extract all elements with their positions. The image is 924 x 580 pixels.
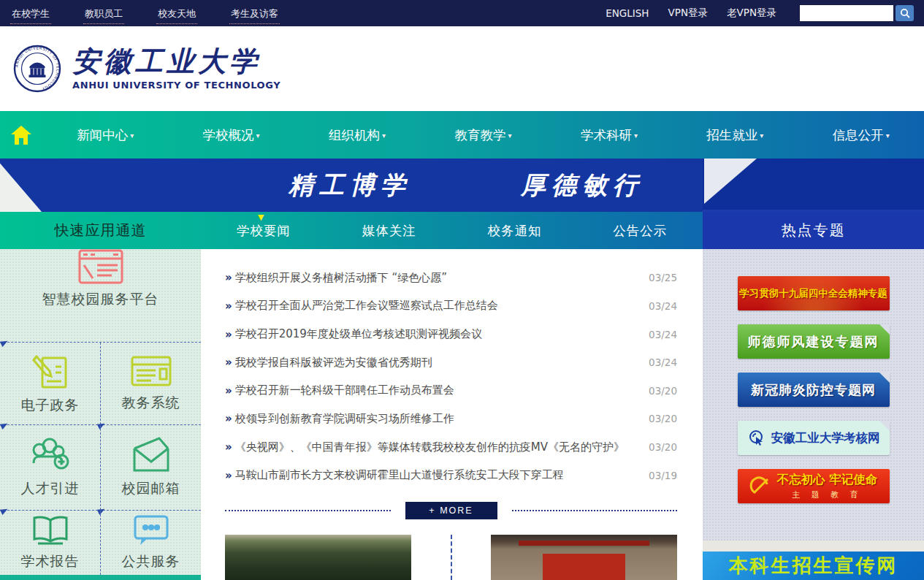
- link-vpn-login[interactable]: VPN登录: [668, 7, 708, 20]
- news-photos: [225, 535, 677, 580]
- main-nav: 新闻中心▾ 学校概况▾ 组织机构▾ 教育教学▾ 学术科研▾ 招生就业▾ 信息公开…: [0, 111, 924, 159]
- tab-announcements[interactable]: 公告公示: [577, 212, 703, 249]
- nav-education-teaching[interactable]: 教育教学▾: [420, 126, 546, 144]
- news-tabs: 学校要闻 媒体关注 校务通知 公告公示: [201, 212, 703, 249]
- double-arrow-icon: »: [225, 299, 232, 313]
- more-button[interactable]: + MORE: [405, 502, 497, 519]
- utility-links: ENGLISH VPN登录 老VPN登录: [606, 5, 914, 21]
- banner-undergraduate-admissions[interactable]: 本科生招生宣传网: [703, 552, 924, 580]
- chevron-down-icon: ▾: [508, 131, 511, 140]
- double-arrow-icon: »: [225, 356, 232, 369]
- double-arrow-icon: »: [225, 412, 232, 425]
- sidebar-row: 智慧校园服务平台: [0, 249, 201, 343]
- double-arrow-icon: »: [225, 328, 232, 341]
- app-window-icon: [131, 354, 172, 388]
- news-item[interactable]: » 《央视网》、《中国青年报》等媒体转载我校校友创作的抗疫MV《无名的守护》03…: [225, 433, 677, 462]
- sidebar-item-smart-campus[interactable]: 智慧校园服务平台: [0, 249, 201, 309]
- link-alumni[interactable]: 校友天地: [156, 2, 197, 24]
- double-arrow-icon: »: [225, 384, 232, 397]
- university-seal-logo[interactable]: ANHUI UNIVERSITY OF TECHNOLOGY: [13, 45, 61, 93]
- nav-admissions-careers[interactable]: 招生就业▾: [672, 126, 798, 144]
- double-arrow-icon: »: [225, 271, 232, 284]
- search-button[interactable]: [896, 5, 914, 21]
- news-date: 03/24: [649, 329, 677, 340]
- link-current-students[interactable]: 在校学生: [10, 2, 51, 24]
- hot-topic-banners: 学习贯彻十九届四中全会精神专题 师德师风建设专题网 新冠肺炎防控专题网 安徽工业…: [738, 249, 890, 503]
- banner-sub-label: 主 题 教 育: [792, 489, 863, 500]
- double-arrow-icon: »: [225, 440, 232, 454]
- divider-strip: [703, 541, 924, 552]
- link-old-vpn-login[interactable]: 老VPN登录: [727, 7, 776, 20]
- homepage: 在校学生 教职员工 校友天地 考生及访客 ENGLISH VPN登录 老VPN登…: [0, 0, 924, 580]
- sidebar-item-label: 智慧校园服务平台: [42, 290, 159, 309]
- news-date: 03/24: [649, 356, 677, 368]
- sidebar-item-public-services[interactable]: 公共服务: [101, 511, 201, 575]
- sidebar-row: 学术报告 公共服务: [0, 511, 201, 575]
- news-item[interactable]: » 马鞍山市副市长方文来校调研霍里山大道慢行系统安工大段下穿工程03/19: [225, 461, 677, 489]
- active-tab-marker-icon: ▼: [258, 213, 264, 222]
- link-english[interactable]: ENGLISH: [606, 7, 649, 19]
- news-item[interactable]: » 学校召开2019年度处级单位考核述职测评视频会议03/24: [225, 320, 677, 348]
- sidebar-item-academic-lectures[interactable]: 学术报告: [0, 511, 101, 575]
- banner-assessment-site[interactable]: 安徽工业大学考核网: [738, 421, 890, 455]
- banner-covid-prevention-site[interactable]: 新冠肺炎防控专题网: [738, 373, 890, 407]
- news-photo-meeting-hall[interactable]: [491, 535, 677, 580]
- chevron-down-icon: ▾: [634, 131, 638, 140]
- tab-media-focus[interactable]: 媒体关注: [327, 212, 452, 249]
- sidebar-item-label: 公共服务: [122, 552, 180, 571]
- chevron-down-icon: ▾: [760, 131, 763, 140]
- search-icon: [900, 8, 910, 18]
- motto-left: 精工博学: [289, 169, 411, 202]
- news-date: 03/24: [649, 300, 677, 312]
- sidebar-item-label: 学术报告: [21, 552, 80, 571]
- sidebar-item-academic-system[interactable]: 教务系统: [101, 343, 201, 424]
- news-date: 03/25: [649, 272, 677, 283]
- sidebar-item-talent-recruitment[interactable]: 人才引进: [0, 425, 101, 510]
- dotted-divider: [225, 510, 391, 511]
- motto-banner-row: 精工博学 厚德敏行: [0, 159, 924, 212]
- site-header: ANHUI UNIVERSITY OF TECHNOLOGY 安徽工业大学 AN…: [0, 26, 924, 111]
- news-item[interactable]: » 学校召开全面从严治党工作会议暨巡察试点工作总结会03/24: [225, 292, 677, 321]
- nav-information-disclosure[interactable]: 信息公开▾: [798, 126, 924, 144]
- quick-app-channel-header: 快速应用通道: [0, 212, 201, 249]
- dotted-divider: [512, 510, 678, 511]
- banner-plenary-session-special[interactable]: 学习贯彻十九届四中全会精神专题: [738, 276, 890, 310]
- news-date: 03/20: [649, 385, 677, 397]
- sidebar-row: 人才引进 校园邮箱: [0, 425, 201, 511]
- sidebar-item-label: 校园邮箱: [122, 479, 180, 498]
- sidebar-footer-strip: [0, 575, 201, 580]
- news-photo-tree-planting[interactable]: [225, 535, 411, 580]
- news-date: 03/20: [649, 413, 677, 424]
- news-item[interactable]: » 校领导到创新教育学院调研实习场所维修工作03/20: [225, 405, 677, 433]
- nav-organizations[interactable]: 组织机构▾: [294, 126, 420, 144]
- link-faculty-staff[interactable]: 教职员工: [83, 2, 124, 24]
- double-arrow-icon: »: [225, 469, 232, 482]
- nav-academic-research[interactable]: 学术科研▾: [546, 126, 672, 144]
- chevron-down-icon: ▾: [130, 131, 134, 140]
- sidebar-item-campus-email[interactable]: 校园邮箱: [101, 425, 201, 510]
- chevron-down-icon: ▾: [886, 131, 890, 140]
- tab-school-notices[interactable]: 校务通知: [452, 212, 578, 249]
- university-wordmark[interactable]: 安徽工业大学 ANHUI UNIVERSITY OF TECHNOLOGY: [72, 47, 280, 91]
- nav-news-center[interactable]: 新闻中心▾: [42, 126, 168, 144]
- sidebar-item-e-government[interactable]: 电子政务: [0, 343, 101, 424]
- link-visitors[interactable]: 考生及访客: [229, 2, 280, 24]
- browser-window-icon: [78, 249, 123, 284]
- search-input[interactable]: [800, 5, 893, 21]
- motto-right: 厚德敏行: [521, 169, 644, 202]
- banner-teacher-ethics-site[interactable]: 师德师风建设专题网: [738, 324, 890, 359]
- open-book-icon: [31, 514, 70, 546]
- home-button[interactable]: [0, 125, 42, 145]
- nav-school-overview[interactable]: 学校概况▾: [168, 126, 294, 144]
- news-item[interactable]: » 我校学报自科版被评选为安徽省优秀期刊03/24: [225, 348, 677, 377]
- motto-banner: 精工博学 厚德敏行: [0, 159, 703, 212]
- main-content: 智慧校园服务平台 电子政务: [0, 249, 924, 580]
- quick-app-sidebar: 智慧校园服务平台 电子政务: [0, 249, 201, 580]
- news-item[interactable]: » 学校召开新一轮科级干部聘任工作动员布置会03/20: [225, 377, 677, 405]
- hot-topics-panel: 学习贯彻十九届四中全会精神专题 师德师风建设专题网 新冠肺炎防控专题网 安徽工业…: [703, 249, 924, 580]
- more-row: + MORE: [225, 502, 677, 519]
- party-emblem-icon: [749, 476, 771, 497]
- banner-original-aspiration-education[interactable]: 不忘初心 牢记使命 主 题 教 育: [738, 469, 890, 503]
- dashed-divider: [451, 535, 452, 580]
- news-item[interactable]: » 学校组织开展义务植树活动播下 “绿色心愿”03/25: [225, 264, 677, 292]
